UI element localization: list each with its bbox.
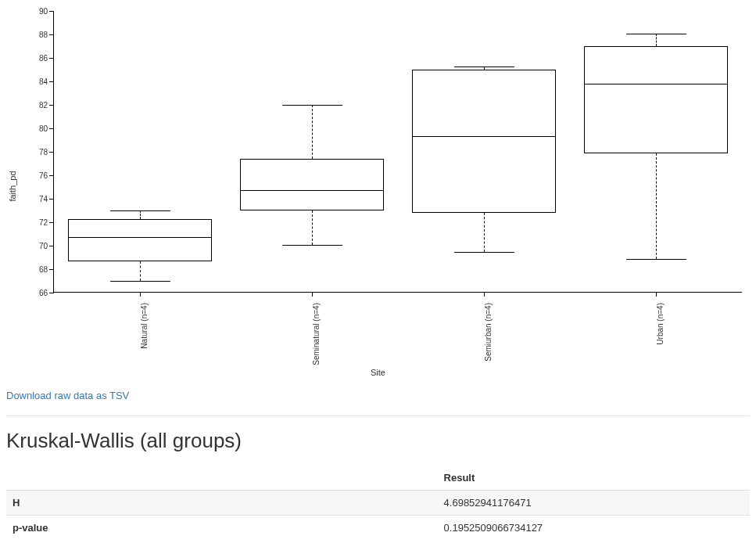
box-group	[398, 11, 570, 292]
cap-min	[282, 245, 342, 246]
y-tick-label: 74	[39, 195, 48, 203]
stat-label: H	[6, 491, 438, 516]
cap-min	[626, 259, 686, 260]
x-tick-label: Seminatural (n=4)	[312, 303, 321, 365]
median-line	[241, 190, 384, 191]
y-tick-label: 80	[39, 124, 48, 133]
cap-max	[110, 210, 170, 211]
y-axis-label: faith_pd	[8, 171, 17, 201]
box	[584, 46, 729, 153]
x-tick	[140, 292, 141, 297]
whisker-lower	[656, 153, 657, 259]
median-line	[585, 84, 728, 85]
x-tick	[484, 292, 485, 297]
box	[412, 70, 557, 213]
median-line	[413, 136, 556, 137]
box	[68, 219, 213, 261]
download-tsv-link[interactable]: Download raw data as TSV	[6, 390, 129, 401]
table-row: H4.69852941176471	[6, 491, 750, 516]
whisker-upper	[140, 210, 141, 219]
box-group	[54, 11, 226, 292]
y-tick-label: 70	[39, 242, 48, 250]
y-tick-label: 68	[39, 265, 48, 274]
cap-max	[282, 105, 342, 106]
y-tick-label: 66	[39, 289, 48, 297]
cap-max	[454, 67, 514, 67]
median-line	[69, 237, 212, 238]
stat-value: 4.69852941176471	[438, 491, 750, 516]
x-axis-label: Site	[6, 368, 750, 377]
y-tick-label: 90	[39, 7, 48, 16]
box-group	[226, 11, 398, 292]
plot-area: 66687072747678808284868890Natural (n=4)S…	[53, 11, 742, 293]
divider	[6, 415, 750, 416]
stat-label: p-value	[6, 516, 438, 541]
y-tick-label: 78	[39, 148, 48, 156]
cap-min	[454, 252, 514, 253]
whisker-lower	[140, 261, 141, 282]
x-tick-label: Semiurban (n=4)	[484, 303, 493, 361]
stat-value: 0.1952509066734127	[438, 516, 750, 541]
cap-max	[626, 34, 686, 34]
table-row: p-value0.1952509066734127	[6, 516, 750, 541]
y-tick-label: 88	[39, 31, 48, 39]
y-tick	[49, 293, 54, 293]
y-tick-label: 82	[39, 101, 48, 110]
y-tick-label: 72	[39, 218, 48, 227]
y-tick-label: 84	[39, 77, 48, 86]
x-tick-label: Urban (n=4)	[656, 303, 665, 345]
table-header-result: Result	[438, 466, 750, 491]
table-header-blank	[6, 466, 438, 491]
x-tick-label: Natural (n=4)	[140, 303, 149, 349]
whisker-lower	[484, 213, 485, 252]
whisker-upper	[656, 34, 657, 47]
y-tick-label: 76	[39, 171, 48, 180]
cap-min	[110, 281, 170, 282]
boxplot-chart: faith_pd 66687072747678808284868890Natur…	[6, 6, 750, 366]
kruskal-results-table: Result H4.69852941176471p-value0.1952509…	[6, 466, 750, 540]
box-group	[570, 11, 742, 292]
kruskal-heading: Kruskal-Wallis (all groups)	[6, 429, 750, 453]
x-tick	[312, 292, 313, 297]
box	[240, 159, 385, 210]
whisker-upper	[312, 105, 313, 159]
whisker-lower	[312, 210, 313, 245]
y-tick-label: 86	[39, 54, 48, 63]
x-tick	[656, 292, 657, 297]
